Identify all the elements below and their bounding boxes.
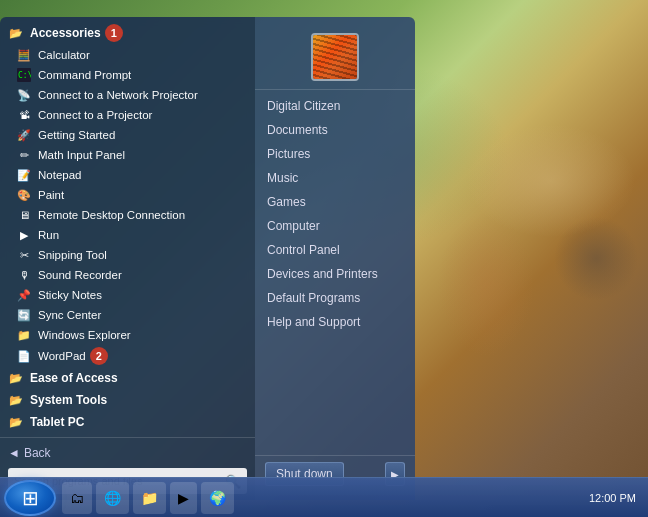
taskbar-item-file-manager[interactable]: 📁: [133, 482, 166, 514]
item-connect-projector[interactable]: 📽 Connect to a Projector: [0, 105, 255, 125]
getting-started-icon: 🚀: [16, 127, 32, 143]
item-notepad[interactable]: 📝 Notepad: [0, 165, 255, 185]
wordpad-badge: 2: [90, 347, 108, 365]
start-menu-left: 📂 Accessories 1 🧮 Calculator C:\ Command…: [0, 17, 255, 500]
start-menu: 📂 Accessories 1 🧮 Calculator C:\ Command…: [0, 17, 415, 477]
right-item-music[interactable]: Music: [255, 166, 415, 190]
item-sticky-notes[interactable]: 📌 Sticky Notes: [0, 285, 255, 305]
desktop: 📂 Accessories 1 🧮 Calculator C:\ Command…: [0, 0, 648, 517]
item-command-prompt[interactable]: C:\ Command Prompt: [0, 65, 255, 85]
edge-icon: 🌍: [209, 490, 226, 506]
taskbar-item-explorer[interactable]: 🗂: [62, 482, 92, 514]
item-run[interactable]: ▶ Run: [0, 225, 255, 245]
right-item-computer[interactable]: Computer: [255, 214, 415, 238]
user-tile: [255, 25, 415, 90]
taskbar-item-media[interactable]: ▶: [170, 482, 197, 514]
item-snipping-tool[interactable]: ✂ Snipping Tool: [0, 245, 255, 265]
back-button[interactable]: ◄ Back: [8, 444, 247, 462]
sync-icon: 🔄: [16, 307, 32, 323]
right-item-games[interactable]: Games: [255, 190, 415, 214]
right-item-documents[interactable]: Documents: [255, 118, 415, 142]
cmd-icon: C:\: [16, 67, 32, 83]
right-item-control-panel[interactable]: Control Panel: [255, 238, 415, 262]
wordpad-icon: 📄: [16, 348, 32, 364]
folder-label: Accessories: [30, 26, 101, 40]
clock-time: 12:00 PM: [589, 492, 636, 504]
svg-text:C:\: C:\: [18, 71, 31, 80]
tablet-icon: 📂: [8, 414, 24, 430]
right-item-help[interactable]: Help and Support: [255, 310, 415, 334]
taskbar: ⊞ 🗂 🌐 📁 ▶ 🌍 12:00 PM: [0, 477, 648, 517]
item-remote-desktop[interactable]: 🖥 Remote Desktop Connection: [0, 205, 255, 225]
item-sound-recorder[interactable]: 🎙 Sound Recorder: [0, 265, 255, 285]
item-paint[interactable]: 🎨 Paint: [0, 185, 255, 205]
item-sync-center[interactable]: 🔄 Sync Center: [0, 305, 255, 325]
start-menu-panel: 📂 Accessories 1 🧮 Calculator C:\ Command…: [0, 17, 415, 500]
calculator-icon: 🧮: [16, 47, 32, 63]
user-avatar-image: [313, 35, 357, 79]
notepad-icon: 📝: [16, 167, 32, 183]
folder-system-tools[interactable]: 📂 System Tools: [0, 389, 255, 411]
right-item-digital-citizen[interactable]: Digital Citizen: [255, 94, 415, 118]
accessories-badge: 1: [105, 24, 123, 42]
run-icon: ▶: [16, 227, 32, 243]
right-item-default-programs[interactable]: Default Programs: [255, 286, 415, 310]
sticky-notes-icon: 📌: [16, 287, 32, 303]
folder-icon: 📂: [8, 25, 24, 41]
right-item-pictures[interactable]: Pictures: [255, 142, 415, 166]
media-icon: ▶: [178, 490, 189, 506]
math-icon: ✏: [16, 147, 32, 163]
explorer-icon: 📁: [16, 327, 32, 343]
item-calculator[interactable]: 🧮 Calculator: [0, 45, 255, 65]
item-connect-network-projector[interactable]: 📡 Connect to a Network Projector: [0, 85, 255, 105]
network-projector-icon: 📡: [16, 87, 32, 103]
taskbar-item-ie[interactable]: 🌐: [96, 482, 129, 514]
start-menu-right: Digital Citizen Documents Pictures Music…: [255, 17, 415, 500]
folder-taskbar-icon: 🗂: [70, 490, 84, 506]
item-wordpad[interactable]: 📄 WordPad 2: [0, 345, 255, 367]
item-math-panel[interactable]: ✏ Math Input Panel: [0, 145, 255, 165]
sound-recorder-icon: 🎙: [16, 267, 32, 283]
ie-icon: 🌐: [104, 490, 121, 506]
projector-icon: 📽: [16, 107, 32, 123]
right-item-devices-printers[interactable]: Devices and Printers: [255, 262, 415, 286]
remote-desktop-icon: 🖥: [16, 207, 32, 223]
back-label: Back: [24, 446, 51, 460]
programs-list[interactable]: 📂 Accessories 1 🧮 Calculator C:\ Command…: [0, 17, 255, 437]
taskbar-item-edge[interactable]: 🌍: [201, 482, 234, 514]
folder-tablet-pc[interactable]: 📂 Tablet PC: [0, 411, 255, 433]
item-getting-started[interactable]: 🚀 Getting Started: [0, 125, 255, 145]
folder-accessories[interactable]: 📂 Accessories 1: [0, 21, 255, 45]
start-button[interactable]: ⊞: [4, 480, 56, 516]
folder-ease-of-access[interactable]: 📂 Ease of Access: [0, 367, 255, 389]
ease-icon: 📂: [8, 370, 24, 386]
paint-icon: 🎨: [16, 187, 32, 203]
snipping-icon: ✂: [16, 247, 32, 263]
clock-area: 12:00 PM: [581, 492, 644, 504]
file-manager-icon: 📁: [141, 490, 158, 506]
system-tools-icon: 📂: [8, 392, 24, 408]
user-avatar: [311, 33, 359, 81]
windows-orb-icon: ⊞: [22, 486, 39, 510]
back-arrow-icon: ◄: [8, 446, 20, 460]
item-windows-explorer[interactable]: 📁 Windows Explorer: [0, 325, 255, 345]
